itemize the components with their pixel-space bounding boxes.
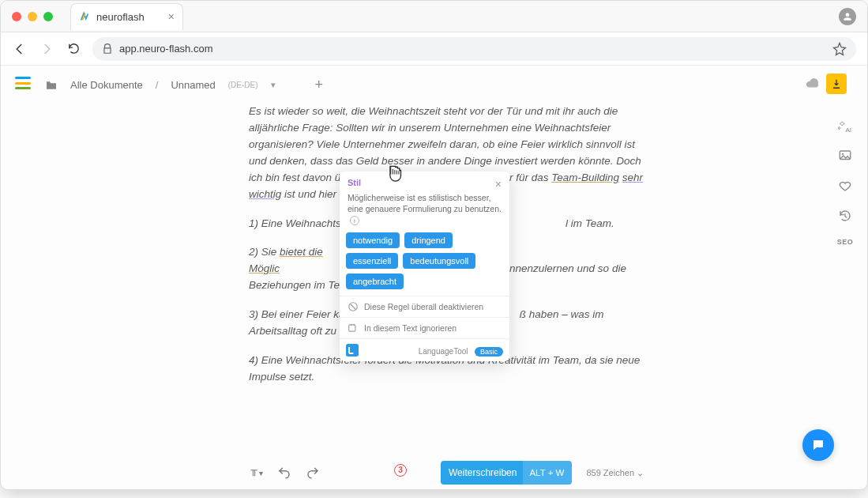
- suggestion-chip[interactable]: angebracht: [346, 274, 404, 289]
- chevron-down-icon: ⌄: [637, 468, 644, 478]
- heart-icon[interactable]: [837, 178, 853, 194]
- breadcrumb-separator: /: [156, 79, 159, 91]
- app-content: Alle Dokumente / Unnamed (DE-DE) ▾ + Es …: [1, 66, 867, 489]
- svg-rect-1: [349, 324, 355, 330]
- character-count[interactable]: 859 Zeichen⌄: [586, 468, 644, 478]
- pointer-cursor: [383, 164, 405, 191]
- traffic-lights: [1, 12, 53, 21]
- tab-close-icon[interactable]: ×: [168, 10, 175, 23]
- shortcut-label: ALT + W: [523, 461, 572, 485]
- bookmark-star-icon[interactable]: [832, 42, 847, 56]
- reload-button[interactable]: [66, 41, 81, 57]
- svg-point-4: [842, 153, 844, 155]
- browser-titlebar: neuroflash ×: [1, 1, 867, 32]
- download-button[interactable]: [826, 74, 847, 94]
- breadcrumb: Alle Dokumente / Unnamed (DE-DE) ▾ +: [45, 66, 823, 93]
- back-button[interactable]: [12, 41, 28, 57]
- undo-button[interactable]: [277, 466, 291, 480]
- suggestion-chips: notwendig dringend essenziell bedeutungs…: [340, 232, 509, 296]
- left-rail: [1, 66, 45, 489]
- deactivate-rule-button[interactable]: Diese Regel überall deaktivieren: [340, 296, 509, 317]
- languagetool-brand: LanguageTool: [419, 347, 468, 356]
- history-icon[interactable]: [837, 208, 853, 224]
- editor-area: Alle Dokumente / Unnamed (DE-DE) ▾ + Es …: [45, 66, 823, 489]
- editor-bottom-bar: ▾ Weiterschreiben ALT + W 859 Zeichen⌄: [249, 461, 644, 485]
- browser-profile-button[interactable]: [839, 8, 856, 25]
- suggestion-chip[interactable]: notwendig: [346, 232, 400, 248]
- underlined-text[interactable]: Team-Building: [551, 172, 619, 183]
- browser-tab[interactable]: neuroflash ×: [70, 3, 183, 30]
- browser-window: neuroflash × app.neuro-flash.com: [0, 0, 868, 490]
- languagetool-tier-badge[interactable]: Basic: [475, 347, 503, 357]
- popover-title: Stil: [348, 178, 361, 187]
- chat-fab[interactable]: [802, 429, 834, 461]
- ignore-in-text-button[interactable]: In diesem Text ignorieren: [340, 317, 509, 338]
- text-format-button[interactable]: ▾: [249, 466, 263, 480]
- browser-address-bar: app.neuro-flash.com: [1, 32, 867, 66]
- tab-favicon: [79, 11, 90, 22]
- minimize-window-button[interactable]: [28, 12, 37, 21]
- svg-rect-2: [346, 344, 359, 357]
- suggestion-chip[interactable]: dringend: [404, 232, 453, 248]
- folder-icon: [45, 79, 58, 92]
- languagetool-popover: Stil × Möglicherweise ist es stilistisch…: [340, 172, 509, 361]
- lock-icon: [102, 43, 113, 55]
- document-name[interactable]: Unnamed: [171, 79, 215, 91]
- ai-magic-icon[interactable]: AI: [837, 118, 853, 134]
- document-language: (DE-DE): [228, 81, 258, 89]
- url-text: app.neuro-flash.com: [119, 43, 213, 55]
- continue-writing-button[interactable]: Weiterschreiben ALT + W: [441, 461, 572, 485]
- suggestion-chip[interactable]: bedeutungsvoll: [403, 253, 475, 269]
- redo-button[interactable]: [306, 466, 320, 480]
- forward-button[interactable]: [39, 41, 54, 57]
- image-icon[interactable]: [837, 148, 853, 164]
- popover-description: Möglicherweise ist es stilistisch besser…: [340, 191, 509, 232]
- popover-footer: LanguageTool Basic: [340, 338, 509, 361]
- info-icon[interactable]: i: [350, 216, 359, 225]
- new-document-button[interactable]: +: [315, 77, 324, 93]
- url-input[interactable]: app.neuro-flash.com: [92, 37, 856, 61]
- popover-close-icon[interactable]: ×: [495, 178, 502, 191]
- suggestion-chip[interactable]: essenziell: [346, 253, 398, 269]
- right-rail: AI SEO: [823, 66, 867, 489]
- close-window-button[interactable]: [12, 12, 21, 21]
- all-documents-link[interactable]: Alle Dokumente: [70, 79, 143, 91]
- seo-button[interactable]: SEO: [837, 238, 854, 246]
- tab-title: neuroflash: [96, 11, 145, 23]
- chevron-down-icon: ▾: [259, 469, 263, 477]
- maximize-window-button[interactable]: [43, 12, 53, 21]
- deactivate-icon: [348, 301, 359, 312]
- chevron-down-icon[interactable]: ▾: [271, 80, 276, 90]
- languagetool-logo-icon: [346, 344, 359, 357]
- menu-button[interactable]: [15, 77, 31, 89]
- ignore-icon: [348, 323, 359, 334]
- cloud-sync-icon[interactable]: [806, 77, 820, 91]
